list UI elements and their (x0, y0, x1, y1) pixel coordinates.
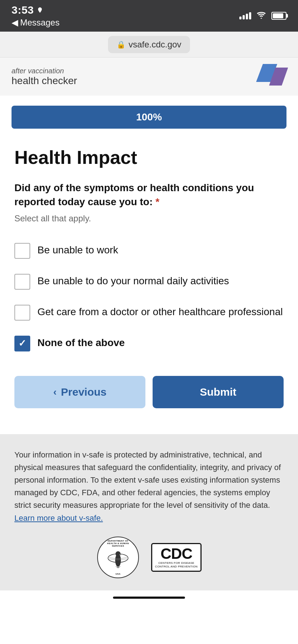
svg-text:SERVICES: SERVICES (112, 545, 124, 547)
checkbox-care[interactable]: Get care from a doctor or other healthca… (14, 297, 284, 328)
footer: Your information in v-safe is protected … (0, 434, 298, 590)
url-text: vsafe.cdc.gov (128, 40, 181, 50)
question-label: Did any of the symptoms or health condit… (14, 181, 284, 209)
header-title: health checker (12, 75, 77, 87)
hhs-logo: DEPARTMENT OF HEALTH & HUMAN SERVICES (96, 536, 140, 579)
checkbox-daily-box[interactable] (14, 274, 30, 290)
page-title: Health Impact (14, 147, 284, 168)
home-indicator (0, 590, 298, 605)
select-instruction: Select all that apply. (14, 213, 284, 224)
required-indicator: * (155, 196, 159, 207)
status-indicators (239, 12, 286, 20)
previous-button[interactable]: ‹ Previous (14, 376, 145, 408)
header-subtitle: after vaccination (12, 67, 77, 75)
checkbox-none[interactable]: None of the above (14, 328, 284, 359)
header-area: after vaccination health checker (0, 58, 298, 96)
footer-privacy-text: Your information in v-safe is protected … (14, 448, 284, 524)
hhs-logo-svg: DEPARTMENT OF HEALTH & HUMAN SERVICES (96, 536, 140, 579)
checkbox-group: Be unable to work Be unable to do your n… (14, 235, 284, 359)
status-time: 3:53 (12, 4, 59, 16)
checkbox-care-label: Get care from a doctor or other healthca… (37, 304, 283, 319)
checkbox-none-box[interactable] (14, 336, 30, 351)
vsafe-logo (250, 64, 286, 89)
wifi-icon (256, 12, 266, 20)
checkbox-work-label: Be unable to work (37, 242, 118, 257)
button-row: ‹ Previous Submit (14, 376, 284, 408)
checkbox-work-box[interactable] (14, 243, 30, 259)
cdc-main-text: CDC (161, 546, 192, 561)
signal-icon (239, 12, 251, 19)
main-content: Health Impact Did any of the symptoms or… (0, 139, 298, 420)
checkbox-work[interactable]: Be unable to work (14, 235, 284, 266)
submit-button[interactable]: Submit (153, 376, 284, 408)
lock-icon: 🔒 (117, 40, 126, 49)
status-bar: 3:53 ◀ Messages (0, 0, 298, 32)
checkbox-daily-label: Be unable to do your normal daily activi… (37, 273, 229, 288)
progress-container: 100% (0, 96, 298, 139)
url-bar[interactable]: 🔒 vsafe.cdc.gov (108, 36, 190, 53)
header-text: after vaccination health checker (12, 67, 77, 87)
home-bar (113, 597, 185, 599)
location-icon (37, 7, 43, 13)
learn-more-link[interactable]: Learn more about v-safe. (14, 514, 103, 523)
chevron-left-icon: ‹ (53, 386, 57, 398)
checkbox-none-label: None of the above (37, 335, 125, 350)
svg-text:HEALTH & HUMAN: HEALTH & HUMAN (107, 542, 129, 544)
cdc-logo: CDC CENTERS FOR DISEASECONTROL AND PREVE… (151, 543, 202, 572)
footer-logos: DEPARTMENT OF HEALTH & HUMAN SERVICES (14, 536, 284, 579)
svg-text:DEPARTMENT OF: DEPARTMENT OF (108, 540, 128, 542)
checkbox-daily[interactable]: Be unable to do your normal daily activi… (14, 266, 284, 297)
progress-label: 100% (136, 111, 162, 123)
progress-bar: 100% (12, 106, 286, 129)
cdc-sub-text: CENTERS FOR DISEASECONTROL AND PREVENTIO… (155, 561, 198, 568)
svg-text:USA: USA (116, 573, 121, 575)
back-messages[interactable]: ◀ Messages (12, 18, 59, 28)
checkbox-care-box[interactable] (14, 305, 30, 321)
svg-point-7 (116, 551, 121, 556)
svg-point-0 (261, 18, 262, 19)
battery-icon (271, 12, 286, 20)
browser-bar: 🔒 vsafe.cdc.gov (0, 32, 298, 58)
